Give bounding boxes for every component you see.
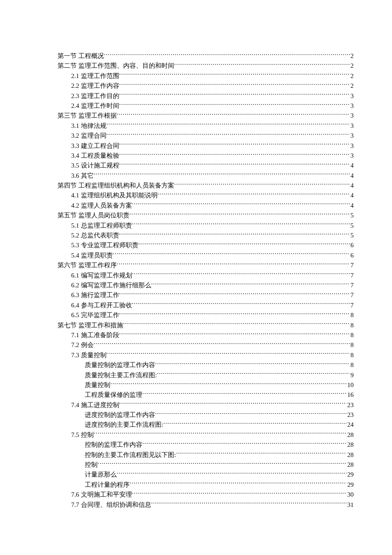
toc-entry[interactable]: 第三节 监理工作根据3 — [58, 111, 354, 121]
toc-entry[interactable]: 进度控制的监理工作内容23 — [58, 410, 354, 420]
toc-entry-page: 8 — [350, 330, 354, 340]
toc-leader-dots — [132, 301, 350, 307]
toc-entry[interactable]: 6.1 编写监理工作规划7 — [58, 271, 354, 280]
toc-entry[interactable]: 第五节 监理人员岗位职责5 — [58, 211, 354, 220]
toc-entry[interactable]: 第六节 监理工作程序7 — [58, 260, 354, 270]
toc-entry-page: 2 — [350, 81, 354, 91]
toc-leader-dots — [94, 431, 347, 437]
toc-entry-page: 7 — [350, 271, 354, 280]
toc-entry[interactable]: 7.5 控制28 — [58, 430, 354, 440]
toc-leader-dots — [119, 401, 347, 407]
toc-entry[interactable]: 工程质量保修的监理16 — [58, 390, 354, 400]
toc-entry[interactable]: 5.2 总监代表职责5 — [58, 231, 354, 240]
toc-leader-dots — [107, 121, 350, 128]
toc-leader-dots — [138, 241, 350, 247]
toc-leader-dots — [163, 420, 346, 427]
toc-entry[interactable]: 6.5 完毕监理工作8 — [58, 310, 354, 320]
toc-entry[interactable]: 2.2 监理工作内容2 — [58, 81, 354, 91]
toc-entry[interactable]: 7.3 质量控制8 — [58, 350, 354, 360]
toc-entry-page: 24 — [346, 420, 354, 430]
toc-leader-dots — [155, 410, 346, 417]
toc-entry[interactable]: 进度控制的主要工作流程图:24 — [58, 420, 354, 430]
toc-leader-dots — [158, 191, 350, 197]
toc-entry-page: 4 — [350, 171, 354, 181]
toc-entry[interactable]: 2.4 监理工作时间3 — [58, 101, 354, 111]
toc-leader-dots — [132, 221, 350, 228]
toc-entry[interactable]: 2.1 监理工作范围2 — [58, 71, 354, 81]
toc-entry-page: 7 — [350, 260, 354, 270]
toc-entry[interactable]: 3.2 监理合同3 — [58, 131, 354, 141]
toc-leader-dots — [117, 470, 346, 477]
toc-entry-page: 23 — [346, 400, 354, 410]
toc-entry[interactable]: 3.6 其它4 — [58, 171, 354, 181]
toc-entry-page: 7 — [350, 290, 354, 300]
toc-entry[interactable]: 质量控制10 — [58, 380, 354, 390]
toc-entry[interactable]: 7.1 施工准备阶段8 — [58, 330, 354, 340]
toc-entry[interactable]: 7.4 施工进度控制23 — [58, 400, 354, 410]
toc-entry-page: 2 — [350, 71, 354, 81]
toc-entry-label: 5.2 总监代表职责 — [71, 231, 119, 240]
toc-entry-page: 3 — [350, 91, 354, 101]
toc-entry[interactable]: 2.3 监理工作目的3 — [58, 91, 354, 101]
toc-entry-label: 第四节 工程监理组织机构和人员装备方案 — [58, 181, 174, 191]
toc-entry-page: 6 — [350, 251, 354, 260]
toc-entry-label: 工程计量的程序 — [85, 480, 130, 490]
toc-entry[interactable]: 7.6 文明施工和平安理30 — [58, 490, 354, 500]
toc-entry-label: 7.7 合同理、组织协调和信息 — [71, 500, 151, 510]
toc-entry[interactable]: 4.1 监理组织机构及其职能说明4 — [58, 191, 354, 200]
toc-entry[interactable]: 5.3 专业监理工程师职责6 — [58, 240, 354, 250]
toc-leader-dots — [132, 201, 350, 208]
toc-entry[interactable]: 6.4 参与工程开工验收7 — [58, 301, 354, 310]
toc-entry[interactable]: 7.2 例会8 — [58, 340, 354, 350]
toc-entry-label: 控制的主要工作流程图见以下图: — [85, 450, 176, 460]
toc-entry-label: 进度控制的主要工作流程图: — [85, 420, 163, 430]
toc-entry[interactable]: 控制的监理工作内容28 — [58, 440, 354, 450]
toc-entry[interactable]: 质量控制的监理工作内容8 — [58, 360, 354, 370]
toc-entry-page: 7 — [350, 280, 354, 290]
toc-entry[interactable]: 4.2 监理人员装备方案4 — [58, 201, 354, 211]
toc-entry-page: 28 — [346, 460, 354, 470]
toc-entry-label: 第三节 监理工作根据 — [58, 111, 117, 121]
toc-entry-label: 6.5 完毕监理工作 — [71, 310, 119, 320]
toc-leader-dots — [142, 440, 346, 447]
toc-entry-page: 8 — [350, 340, 354, 350]
toc-entry[interactable]: 5.4 监理员职责6 — [58, 251, 354, 260]
toc-entry[interactable]: 控制的主要工作流程图见以下图:28 — [58, 450, 354, 460]
toc-entry-page: 28 — [346, 430, 354, 440]
toc-leader-dots — [119, 92, 350, 98]
toc-entry-label: 5.1 总监理工程师职责 — [71, 221, 132, 231]
toc-entry[interactable]: 6.3 施行监理工作7 — [58, 290, 354, 300]
toc-entry[interactable]: 质量控制主要工作流程图:9 — [58, 370, 354, 380]
toc-entry-page: 29 — [346, 470, 354, 480]
toc-entry-label: 2.4 监理工作时间 — [71, 101, 119, 111]
toc-entry[interactable]: 第二节 监理工作范围、内容、目的和时间2 — [58, 61, 354, 71]
toc-entry-label: 5.3 专业监理工程师职责 — [71, 240, 138, 250]
toc-leader-dots — [113, 251, 350, 257]
toc-leader-dots — [119, 72, 350, 78]
toc-entry[interactable]: 计量原那么29 — [58, 470, 354, 480]
toc-entry[interactable]: 3.1 地律法规3 — [58, 121, 354, 131]
toc-leader-dots — [119, 101, 350, 108]
toc-leader-dots — [110, 381, 346, 387]
toc-entry-page: 4 — [350, 191, 354, 200]
toc-entry-page: 8 — [350, 350, 354, 360]
toc-entry[interactable]: 3.5 设计施工规程4 — [58, 161, 354, 171]
toc-entry-label: 7.3 质量控制 — [71, 350, 107, 360]
toc-entry[interactable]: 第七节 监理工作和措施8 — [58, 321, 354, 330]
toc-entry-label: 7.2 例会 — [71, 340, 94, 350]
toc-entry[interactable]: 6.2 编写监理工作施行细那么7 — [58, 280, 354, 290]
toc-entry[interactable]: 5.1 总监理工程师职责5 — [58, 221, 354, 231]
toc-entry[interactable]: 控制28 — [58, 460, 354, 470]
toc-entry[interactable]: 3.4 工程质量检验3 — [58, 151, 354, 161]
toc-entry[interactable]: 7.7 合同理、组织协调和信息31 — [58, 500, 354, 510]
toc-entry-page: 4 — [350, 201, 354, 211]
toc-entry-label: 工程质量保修的监理 — [85, 390, 142, 400]
toc-entry-label: 第六节 监理工作程序 — [58, 260, 117, 270]
toc-entry[interactable]: 3.3 建立工程合同3 — [58, 141, 354, 151]
toc-entry[interactable]: 工程计量的程序29 — [58, 480, 354, 490]
toc-leader-dots — [130, 211, 350, 217]
toc-leader-dots — [119, 291, 350, 297]
toc-entry[interactable]: 第一节 工程概况2 — [58, 51, 354, 61]
toc-entry-page: 3 — [350, 101, 354, 111]
toc-entry[interactable]: 第四节 工程监理组织机构和人员装备方案4 — [58, 181, 354, 191]
